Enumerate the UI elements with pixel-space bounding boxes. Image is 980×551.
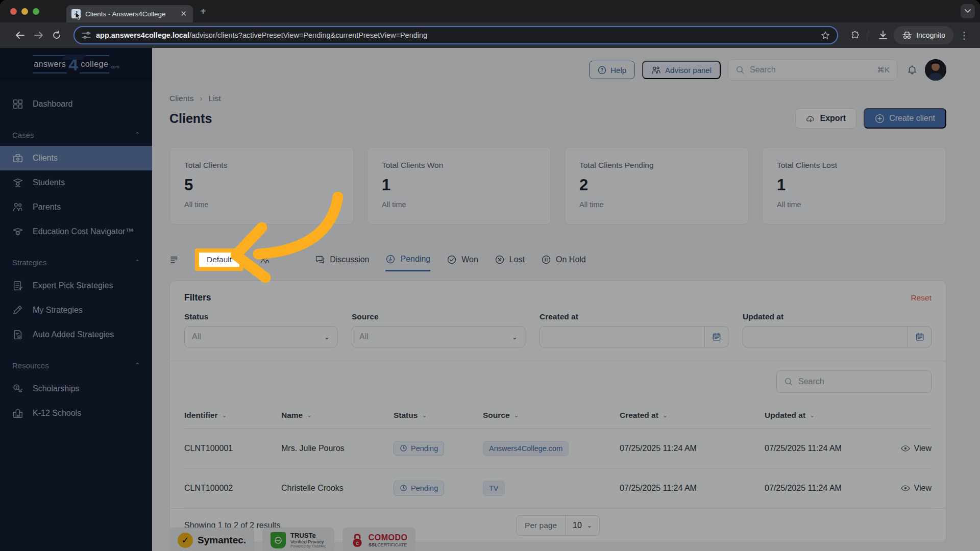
zoom-window-button[interactable] [33,8,39,15]
per-page-value: 10 [573,521,582,530]
calendar-button[interactable] [908,327,931,347]
breadcrumb-clients[interactable]: Clients [169,94,193,103]
view-list-icon[interactable] [169,255,179,264]
updated-at-date-input[interactable] [743,326,932,347]
tab-pending[interactable]: Pending [385,248,430,271]
sidebar-item-clients[interactable]: Clients [0,146,152,170]
tab-search-button[interactable] [961,4,975,18]
column-status[interactable]: Status⌄ [394,411,483,420]
close-window-button[interactable] [10,8,17,15]
sidebar-item-students[interactable]: Students [0,170,152,195]
sort-icon[interactable]: ⌄ [663,412,668,419]
sidebar-item-expert-pick-strategies[interactable]: Expert Pick Strategies [0,273,152,298]
global-search-input[interactable]: Search ⌘K [728,59,897,81]
extensions-button[interactable] [847,28,863,43]
tab-won[interactable]: Won [447,248,478,271]
per-page-select[interactable]: 10 ⌄ [566,516,599,535]
column-identifier[interactable]: Identifier⌄ [184,411,281,420]
sidebar-item-auto-added-strategies[interactable]: Auto Added Strategies [0,322,152,347]
cell-created-at: 07/25/2025 11:24 AM [620,484,765,493]
status-badge-pending: Pending [394,441,444,456]
browser-tab[interactable]: 4 Clients - Answers4College ✕ [66,5,193,22]
sidebar-item-education-cost-navigator[interactable]: $ Education Cost Navigator™ [0,219,152,244]
calendar-button[interactable] [704,327,728,347]
check-circle-icon [447,255,457,265]
tab-title: Clients - Answers4College [85,10,179,18]
user-avatar[interactable] [925,59,946,81]
back-button[interactable] [12,28,28,43]
view-button[interactable]: View [901,484,932,493]
url-text[interactable]: app.answers4college.local/advisor/client… [96,31,816,39]
created-at-field[interactable] [540,327,704,347]
status-select[interactable]: All ⌄ [184,326,337,347]
window-controls[interactable] [10,8,39,15]
help-button[interactable]: Help [589,61,635,79]
tab-lost[interactable]: Lost [495,248,525,271]
sort-icon[interactable]: ⌄ [422,412,427,419]
notifications-button[interactable] [906,64,918,76]
forward-button[interactable] [31,28,46,43]
export-button[interactable]: Export [795,108,857,129]
created-at-date-input[interactable] [540,326,728,347]
logo-bar[interactable]: answers 4 college .com [0,48,152,81]
sidebar-section-cases[interactable]: Cases ⌃ [0,123,152,146]
url-bar[interactable]: app.answers4college.local/advisor/client… [74,26,838,44]
tab-close-icon[interactable]: ✕ [179,9,188,18]
table-row[interactable]: CLNT100002 Christelle Crooks Pending TV … [184,468,932,508]
stat-card-total-clients: Total Clients 5 All time [169,147,354,224]
pending-clock-icon [400,484,407,492]
tab-on-hold[interactable]: On Hold [541,248,586,271]
symantec-label: Symantec. [198,535,246,546]
reset-filters-button[interactable]: Reset [911,293,932,303]
stat-period: All time [184,201,339,209]
pen-icon [12,305,24,316]
tab-label: Pending [400,255,430,264]
minimize-window-button[interactable] [21,8,28,15]
bell-icon [906,64,918,76]
cell-identifier: CLNT100002 [184,484,281,493]
stat-card-total-clients-pending: Total Clients Pending 2 All time [565,147,749,224]
sidebar-item-my-strategies[interactable]: My Strategies [0,298,152,322]
source-select[interactable]: All ⌄ [352,326,525,347]
per-page-control[interactable]: Per page 10 ⌄ [516,515,600,536]
column-updated-at[interactable]: Updated at⌄ [765,411,892,420]
advisor-panel-button[interactable]: Advisor panel [642,61,721,79]
comodo-lock-icon: c [351,533,364,548]
school-building-icon [12,408,24,419]
column-name[interactable]: Name⌄ [281,411,394,420]
tab-discussion[interactable]: Discussion [315,248,369,271]
sort-icon[interactable]: ⌄ [514,412,519,419]
sidebar-item-label: Expert Pick Strategies [33,281,113,290]
downloads-button[interactable] [875,28,891,43]
chat-icon [315,255,325,264]
sidebar-section-resources[interactable]: Resources ⌃ [0,354,152,377]
sidebar-item-k12-schools[interactable]: K-12 Schools [0,401,152,425]
sidebar-section-strategies[interactable]: Strategies ⌃ [0,251,152,273]
bookmark-star-icon[interactable] [821,31,830,40]
column-created-at[interactable]: Created at⌄ [620,411,765,420]
svg-text:$: $ [15,385,17,390]
sort-icon[interactable]: ⌄ [307,412,312,419]
sort-icon[interactable]: ⌄ [222,412,227,419]
sort-icon[interactable]: ⌄ [810,412,815,419]
sidebar-item-dashboard[interactable]: Dashboard [0,92,152,116]
tab-default[interactable]: Default [199,253,239,267]
column-source[interactable]: Source⌄ [483,411,620,420]
calendar-icon [915,332,924,341]
tab-hidden-people[interactable] [260,248,270,271]
create-client-button[interactable]: Create client [864,108,946,129]
sidebar-item-parents[interactable]: Parents [0,195,152,219]
pending-clock-icon [400,444,407,452]
table-search-input[interactable]: Search [776,370,932,393]
sidebar-item-scholarships[interactable]: $ Scholarships [0,377,152,401]
stat-label: Total Clients [184,161,339,170]
question-circle-icon [598,66,606,74]
stat-period: All time [777,201,932,209]
updated-at-field[interactable] [743,327,908,347]
table-row[interactable]: CLNT100001 Mrs. Julie Pouros Pending Ans… [184,429,932,468]
view-button[interactable]: View [901,444,932,453]
browser-menu-button[interactable]: ⋮ [957,28,972,43]
new-tab-button[interactable]: + [200,6,206,17]
chevron-down-icon: ⌄ [512,333,518,341]
reload-button[interactable] [49,28,64,43]
